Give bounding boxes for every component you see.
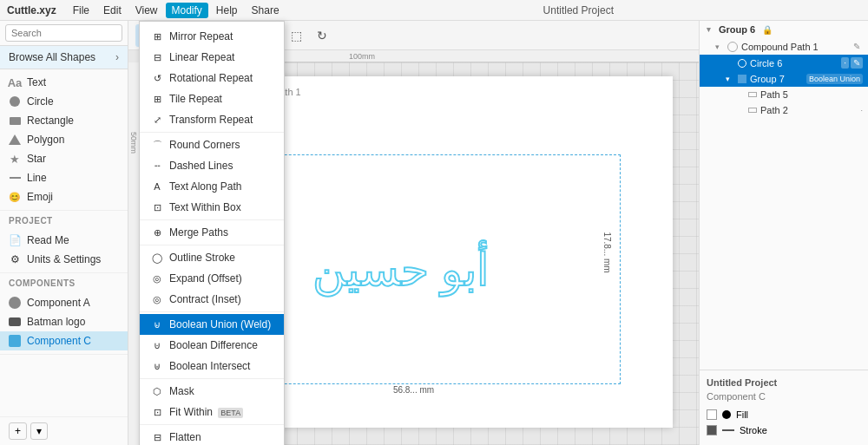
menu-item-outline-stroke[interactable]: ◯ Outline Stroke	[140, 247, 284, 268]
menu-section-mask: ⬡ Mask ⊡ Fit Within BETA	[140, 379, 284, 425]
menu-edit[interactable]: Edit	[97, 3, 128, 18]
shape-label: Circle	[27, 95, 54, 108]
left-sidebar: Browse All Shapes › Aa Text Circle Recta…	[0, 21, 128, 445]
mask-icon: ⬡	[150, 384, 164, 398]
sidebar-item-star[interactable]: ★ Star	[0, 149, 128, 168]
menu-item-contract[interactable]: ◎ Contract (Inset)	[140, 289, 284, 310]
layer-group-7[interactable]: ▾ Group 7 Boolean Union	[700, 71, 868, 87]
sidebar-item-emoji[interactable]: 😊 Emoji	[0, 187, 128, 206]
layer-circle-6[interactable]: Circle 6 · ✎	[700, 55, 868, 71]
layer-path-2[interactable]: Path 2 ·	[700, 102, 868, 118]
menu-item-transform-repeat[interactable]: ⤢ Transform Repeat	[140, 109, 284, 130]
sidebar-item-line[interactable]: Line	[0, 168, 128, 187]
menu-item-boolean-union[interactable]: ⊌ Boolean Union (Weld)	[140, 314, 284, 335]
menu-item-boolean-difference[interactable]: ⊍ Boolean Difference	[140, 335, 284, 356]
sidebar-item-units[interactable]: ⚙ Units & Settings	[0, 250, 128, 269]
item-label: Read Me	[27, 234, 69, 246]
menu-view[interactable]: View	[129, 3, 164, 18]
menu-item-text-within-box[interactable]: ⊡ Text Within Box	[140, 197, 284, 218]
menu-item-expand[interactable]: ◎ Expand (Offset)	[140, 268, 284, 289]
star-icon: ★	[9, 153, 21, 165]
dimension-label-horizontal: 56.8... mm	[393, 385, 434, 395]
edit-button[interactable]: ✎	[851, 57, 863, 69]
align-tool[interactable]: ⬚	[285, 24, 307, 47]
sidebar-item-text[interactable]: Aa Text	[0, 73, 128, 92]
menu-item-fit-within[interactable]: ⊡ Fit Within BETA	[140, 402, 284, 422]
menu-item-flatten[interactable]: ⊟ Flatten	[140, 427, 284, 445]
menu-label: Expand (Offset)	[169, 272, 242, 285]
readme-icon: 📄	[9, 234, 21, 246]
search-input[interactable]	[5, 24, 122, 42]
menu-share[interactable]: Share	[246, 3, 286, 18]
sidebar-item-component-a[interactable]: Component A	[0, 293, 128, 312]
add-component-button[interactable]: +	[9, 422, 27, 440]
stroke-line-icon	[722, 429, 734, 431]
browse-all-shapes-button[interactable]: Browse All Shapes ›	[0, 46, 128, 69]
dot-button[interactable]: ·	[841, 57, 849, 69]
layer-path-5[interactable]: Path 5	[700, 87, 868, 102]
layer-actions: ✎	[851, 41, 863, 52]
sidebar-item-component-c[interactable]: Component C	[0, 331, 128, 350]
menu-item-tile-repeat[interactable]: ⊞ Tile Repeat	[140, 88, 284, 109]
menu-item-mask[interactable]: ⬡ Mask	[140, 381, 284, 402]
menu-item-merge-paths[interactable]: ⊕ Merge Paths	[140, 222, 284, 243]
boolean-union-badge: Boolean Union	[806, 74, 863, 84]
menu-label: Text Within Box	[169, 201, 241, 213]
group-lock-icon: 🔒	[762, 25, 773, 35]
prop-component-label: Component C	[707, 391, 861, 402]
menu-section-stroke: ◯ Outline Stroke ◎ Expand (Offset) ◎ Con…	[140, 245, 284, 312]
sidebar-item-circle[interactable]: Circle	[0, 92, 128, 111]
menu-label: Transform Repeat	[169, 114, 253, 126]
menu-item-boolean-intersect[interactable]: ⊎ Boolean Intersect	[140, 356, 284, 376]
sidebar-item-polygon[interactable]: Polygon	[0, 130, 128, 149]
project-section-label: PROJECT	[0, 211, 128, 227]
menu-file[interactable]: File	[67, 3, 95, 18]
rotational-repeat-icon: ↺	[150, 71, 164, 85]
component-options-button[interactable]: ▾	[30, 422, 48, 440]
menu-help[interactable]: Help	[210, 3, 244, 18]
component-label: Component A	[27, 297, 90, 309]
path-layer-icon	[748, 92, 757, 97]
main-layout: Browse All Shapes › Aa Text Circle Recta…	[0, 21, 868, 445]
arabic-text: أبو حسين	[312, 244, 489, 296]
expand-arrow: ▾	[715, 43, 724, 51]
dimension-label-vertical: 17.8... mm	[602, 232, 612, 272]
shape-label: Text	[27, 76, 46, 88]
menu-label: Boolean Difference	[169, 339, 258, 351]
fill-checkbox[interactable]	[707, 409, 717, 420]
path-layer-icon-2	[748, 108, 757, 113]
menu-modify[interactable]: Modify	[166, 3, 208, 18]
batman-icon	[9, 317, 21, 326]
stroke-row: Stroke	[707, 422, 861, 438]
edit-button[interactable]: ✎	[851, 41, 863, 52]
stroke-checkbox[interactable]	[707, 425, 717, 435]
ruler-mark-100mm: 100mm	[349, 52, 375, 61]
fill-row: Fill	[707, 407, 861, 422]
component-label: Component C	[27, 335, 91, 347]
menu-item-mirror-repeat[interactable]: ⊞ Mirror Repeat	[140, 26, 284, 47]
menu-item-linear-repeat[interactable]: ⊟ Linear Repeat	[140, 47, 284, 68]
menu-section-merge: ⊕ Merge Paths	[140, 220, 284, 245]
menu-label: Merge Paths	[169, 226, 228, 239]
flatten-icon: ⊟	[150, 430, 164, 444]
group-layer-icon	[738, 75, 746, 83]
distribute-tool[interactable]: ↻	[311, 24, 333, 47]
text-within-box-icon: ⊡	[150, 200, 164, 214]
sidebar-item-rectangle[interactable]: Rectangle	[0, 111, 128, 130]
layer-group-6[interactable]: ▾ Group 6 🔒	[700, 21, 868, 38]
menu-item-text-along-path[interactable]: A Text Along Path	[140, 176, 284, 197]
emoji-icon: 😊	[9, 191, 21, 203]
sidebar-item-batman[interactable]: Batman logo	[0, 312, 128, 331]
layer-name: Group 6	[719, 24, 755, 35]
sidebar-item-readme[interactable]: 📄 Read Me	[0, 231, 128, 250]
menu-label: Outline Stroke	[169, 252, 235, 264]
menu-item-dashed-lines[interactable]: ╌ Dashed Lines	[140, 155, 284, 176]
menu-label: Rotational Repeat	[169, 72, 253, 84]
menu-item-round-corners[interactable]: ⌒ Round Corners	[140, 134, 284, 155]
menu-item-rotational-repeat[interactable]: ↺ Rotational Repeat	[140, 68, 284, 88]
linear-repeat-icon: ⊟	[150, 50, 164, 64]
layer-compound-path-1[interactable]: ▾ Compound Path 1 ✎	[700, 38, 868, 55]
menu-label: Contract (Inset)	[169, 293, 241, 305]
menu-label: Fit Within BETA	[169, 406, 243, 418]
fill-color-dot	[722, 410, 731, 419]
